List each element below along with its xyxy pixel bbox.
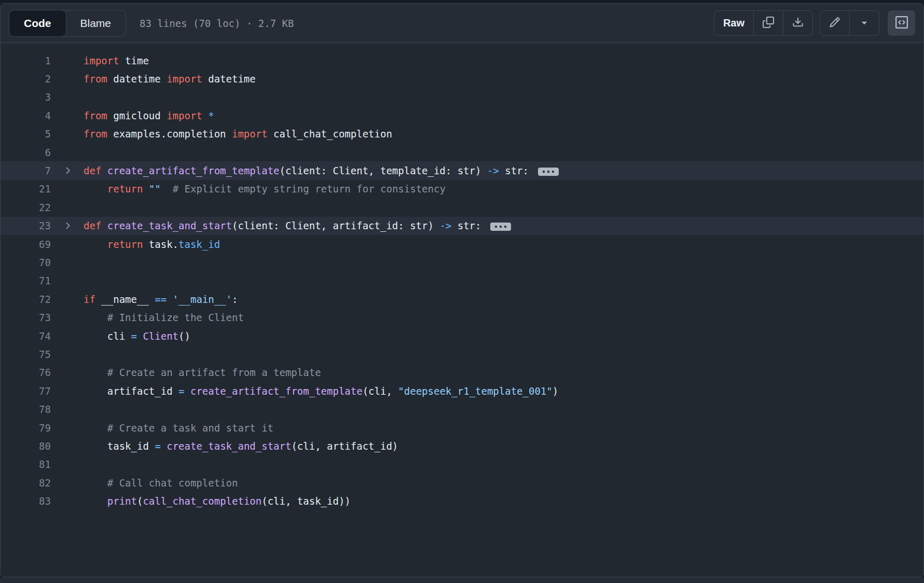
download-icon xyxy=(792,17,804,30)
line-number[interactable]: 76 xyxy=(1,367,51,378)
line-number[interactable]: 1 xyxy=(1,55,51,66)
line-number[interactable]: 6 xyxy=(1,147,51,158)
code-square-icon xyxy=(895,16,908,31)
raw-copy-download-group: Raw xyxy=(714,10,813,36)
code-line: 7def create_artifact_from_template(clien… xyxy=(1,161,923,179)
download-button[interactable] xyxy=(783,11,812,35)
code-line: 23def create_task_and_start(client: Clie… xyxy=(1,217,923,235)
code-text: print(call_chat_completion(cli, task_id)… xyxy=(84,495,351,507)
line-number[interactable]: 3 xyxy=(1,91,51,103)
line-number[interactable]: 81 xyxy=(1,459,51,470)
edit-group xyxy=(820,10,879,36)
fold-chevron-icon[interactable] xyxy=(51,220,84,231)
code-text: from gmicloud import * xyxy=(84,110,214,121)
tab-code[interactable]: Code xyxy=(9,10,66,37)
code-line: 82 # Call chat completion xyxy=(1,474,923,492)
code-line: 75 xyxy=(1,345,923,363)
code-text: cli = Client() xyxy=(84,330,190,342)
code-line: 78 xyxy=(1,400,923,418)
line-number[interactable]: 69 xyxy=(1,239,51,250)
tab-blame[interactable]: Blame xyxy=(66,10,126,36)
code-line: 4from gmicloud import * xyxy=(1,106,923,124)
raw-button[interactable]: Raw xyxy=(714,11,753,35)
code-line: 80 task_id = create_task_and_start(cli, … xyxy=(1,437,923,455)
code-line: 22 xyxy=(1,198,923,216)
code-text: # Call chat completion xyxy=(84,477,238,489)
line-number[interactable]: 71 xyxy=(1,275,51,286)
line-number[interactable]: 79 xyxy=(1,422,51,434)
expand-fold-badge[interactable] xyxy=(538,168,559,176)
line-number[interactable]: 72 xyxy=(1,294,51,305)
code-line: 76 # Create an artifact from a template xyxy=(1,364,923,382)
horizontal-scrollbar-track[interactable] xyxy=(0,577,924,583)
code-text: # Create a task and start it xyxy=(84,422,273,434)
code-text: return task.task_id xyxy=(84,239,220,250)
code-line: 2from datetime import datetime xyxy=(1,70,923,88)
code-text: from datetime import datetime xyxy=(84,73,256,85)
code-text: # Initialize the Client xyxy=(84,312,244,323)
line-number[interactable]: 21 xyxy=(1,183,51,195)
expand-fold-badge[interactable] xyxy=(490,223,511,231)
code-line: 5from examples.completion import call_ch… xyxy=(1,125,923,143)
code-line: 74 cli = Client() xyxy=(1,327,923,345)
code-text: # Create an artifact from a template xyxy=(84,367,321,378)
code-text: if __name__ == '__main__': xyxy=(84,294,238,305)
code-line: 70 xyxy=(1,253,923,271)
line-number[interactable]: 7 xyxy=(1,165,51,176)
code-line: 6 xyxy=(1,143,923,161)
code-text: return "" # Explicit empty string return… xyxy=(84,183,446,195)
code-text: task_id = create_task_and_start(cli, art… xyxy=(84,440,398,452)
line-number[interactable]: 5 xyxy=(1,128,51,140)
file-view-card: Code Blame 83 lines (70 loc) · 2.7 KB Ra… xyxy=(0,3,924,577)
code-line: 71 xyxy=(1,272,923,290)
code-line: 21 return "" # Explicit empty string ret… xyxy=(1,180,923,198)
edit-pencil-icon xyxy=(829,17,840,30)
copy-icon xyxy=(763,17,774,30)
code-line: 81 xyxy=(1,455,923,474)
code-line: 73 # Initialize the Client xyxy=(1,308,923,326)
line-number[interactable]: 75 xyxy=(1,349,51,360)
line-number[interactable]: 82 xyxy=(1,477,51,489)
line-number[interactable]: 78 xyxy=(1,404,51,415)
code-line: 72if __name__ == '__main__': xyxy=(1,290,923,308)
code-line: 3 xyxy=(1,88,923,106)
line-number[interactable]: 77 xyxy=(1,385,51,397)
caret-down-icon xyxy=(859,17,870,30)
edit-button[interactable] xyxy=(820,11,849,35)
code-text: import time xyxy=(84,55,149,66)
line-number[interactable]: 4 xyxy=(1,110,51,121)
code-text: def create_artifact_from_template(client… xyxy=(84,165,559,176)
line-number[interactable]: 23 xyxy=(1,220,51,231)
code-lines: 1import time2from datetime import dateti… xyxy=(1,43,923,510)
line-number[interactable]: 73 xyxy=(1,312,51,323)
line-number[interactable]: 2 xyxy=(1,73,51,85)
symbols-panel-button[interactable] xyxy=(888,10,915,36)
copy-button[interactable] xyxy=(753,11,783,35)
file-toolbar: Code Blame 83 lines (70 loc) · 2.7 KB Ra… xyxy=(1,4,923,43)
code-text: from examples.completion import call_cha… xyxy=(84,128,392,140)
code-text: artifact_id = create_artifact_from_templ… xyxy=(84,385,558,397)
code-line: 69 return task.task_id xyxy=(1,235,923,253)
code-blame-switch: Code Blame xyxy=(9,10,126,37)
code-line: 83 print(call_chat_completion(cli, task_… xyxy=(1,492,923,510)
line-number[interactable]: 22 xyxy=(1,202,51,213)
edit-dropdown-button[interactable] xyxy=(849,11,879,35)
line-number[interactable]: 74 xyxy=(1,330,51,342)
line-number[interactable]: 83 xyxy=(1,495,51,507)
fold-chevron-icon[interactable] xyxy=(51,165,84,176)
line-number[interactable]: 80 xyxy=(1,440,51,452)
code-line: 1import time xyxy=(1,51,923,70)
line-number[interactable]: 70 xyxy=(1,257,51,268)
code-line: 79 # Create a task and start it xyxy=(1,419,923,437)
file-stats: 83 lines (70 loc) · 2.7 KB xyxy=(140,18,294,29)
code-text: def create_task_and_start(client: Client… xyxy=(84,220,511,231)
code-line: 77 artifact_id = create_artifact_from_te… xyxy=(1,382,923,400)
